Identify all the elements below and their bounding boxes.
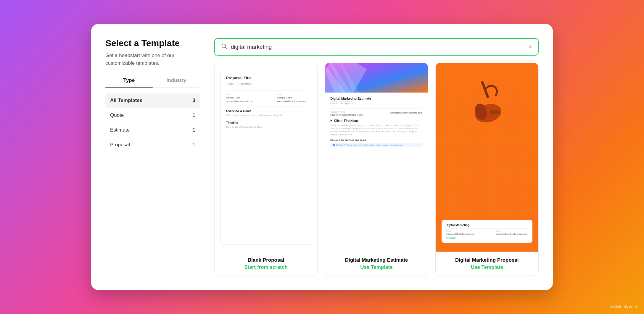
modal-subtitle: Get a headstart with one of our customiz… [105,52,200,67]
estimate-greeting: Hi Client_FirstName [330,119,422,122]
preview-badge-accepted: Accepted [237,82,252,86]
preview-user-row: Sent Sample User support@hellotemso.com … [226,93,306,103]
search-clear-button[interactable]: × [529,43,532,50]
template-card-estimate[interactable]: Digital Marketing Estimate Sent Accepted… [325,63,428,276]
filter-all-count: 3 [193,98,195,103]
svg-marker-3 [325,63,356,93]
filter-estimate-count: 1 [193,127,195,133]
search-input[interactable] [231,44,525,50]
tabs-container: Type Industry [105,77,200,88]
template-name-estimate: Digital Marketing Estimate [331,257,422,263]
proposal-inset-card: Digital Marketing Sender template@hellot… [442,220,532,243]
filter-estimate[interactable]: Estimate 1 [105,123,200,137]
preview-badges: Sent Accepted [226,82,306,86]
tab-type[interactable]: Type [105,77,153,87]
template-action-proposal[interactable]: Use Template [442,264,532,270]
template-action-blank[interactable]: Start from scratch [220,264,311,270]
filter-quote-count: 1 [193,112,195,118]
preview-proposal-title: Proposal Title [226,76,306,80]
filter-estimate-label: Estimate [110,127,130,133]
watermark: nicklafferty.com [608,305,637,309]
filter-quote[interactable]: Quote 1 [105,108,200,122]
template-card-blank-proposal[interactable]: Proposal Title Sent Accepted Sent Sample… [214,63,318,276]
template-preview-estimate: Digital Marketing Estimate Sent Accepted… [325,63,428,252]
search-icon [221,43,227,51]
required-dot [333,144,335,146]
filter-proposal-count: 1 [193,142,195,148]
filter-all-templates[interactable]: All Templates 3 [105,93,200,108]
template-footer-proposal: Digital Marketing Proposal Use Template [436,252,538,276]
modal-title: Select a Template [105,38,200,48]
tab-industry[interactable]: Industry [153,77,200,87]
svg-rect-2 [325,63,428,93]
filter-all-label: All Templates [110,98,142,103]
template-preview-blank: Proposal Title Sent Accepted Sent Sample… [215,63,317,252]
filter-proposal-label: Proposal [110,142,130,148]
main-content: × Proposal Title Sent Accepted [214,38,539,276]
proposal-sender: template@hellotemso.com [446,233,474,235]
svg-line-1 [225,47,227,49]
estimate-services: Here are the services and costs [330,139,422,141]
templates-grid: Proposal Title Sent Accepted Sent Sample… [214,63,539,276]
estimate-banner [325,63,428,93]
required-text: Required: Please select one of the optio… [336,144,403,146]
preview-badge-sent: Sent [226,82,235,86]
template-card-proposal[interactable]: Digital Marketing Sender template@hellot… [435,63,539,276]
template-footer-blank: Blank Proposal Start from scratch [215,252,317,276]
search-bar[interactable]: × [214,38,539,56]
sidebar: Select a Template Get a headstart with o… [105,38,200,276]
svg-rect-12 [490,110,500,114]
filter-proposal[interactable]: Proposal 1 [105,138,200,152]
estimate-doc-title: Digital Marketing Estimate [330,97,422,100]
estimate-body-text: Thanks so much for your message and our … [330,124,422,136]
template-select-modal: Select a Template Get a headstart with o… [91,24,553,290]
proposal-client: sampleclient@hellotemso.com [496,233,528,235]
template-footer-estimate: Digital Marketing Estimate Use Template [325,252,428,276]
proposal-card-title: Digital Marketing [446,224,528,227]
filter-quote-label: Quote [110,112,124,118]
proposal-accepted-status: Accepted [446,237,528,239]
template-preview-proposal: Digital Marketing Sender template@hellot… [436,63,538,252]
template-name-proposal: Digital Marketing Proposal [442,257,532,263]
template-name-blank: Blank Proposal [220,257,311,263]
template-action-estimate[interactable]: Use Template [331,264,422,270]
filter-list: All Templates 3 Quote 1 Estimate 1 Propo… [105,93,200,152]
